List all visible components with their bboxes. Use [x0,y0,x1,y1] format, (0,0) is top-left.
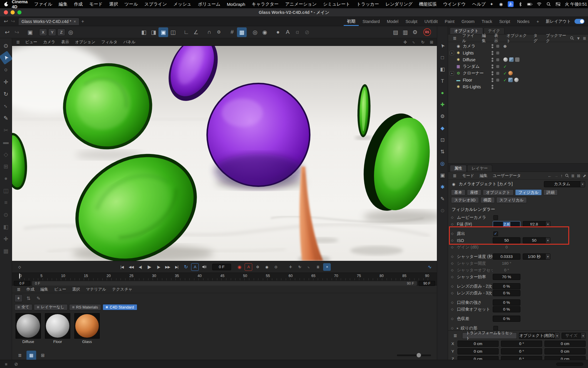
viewport[interactable] [12,46,437,261]
status-check-icon[interactable]: ⊘ [13,361,19,367]
material-picker-icon[interactable]: ✎ [34,294,43,302]
movie-camera-checkbox[interactable] [493,215,498,220]
view-large-icon[interactable]: ⊞ [38,351,48,360]
document-tab[interactable]: Glass Works-V2-C4D.c4d * × [18,18,79,25]
strip-exchange-icon[interactable]: ⇅ [438,147,447,156]
compositing-tag-icon[interactable] [509,57,514,62]
coord-system-icon[interactable]: ◎ [66,27,76,37]
viewport-render[interactable] [12,46,437,261]
viewport-rotate-icon[interactable]: ↻ [419,39,426,45]
material-sort-icon[interactable]: ⇅ [24,294,33,302]
edit-toggle[interactable] [496,65,499,68]
render-view-button[interactable]: ▤ [391,27,400,37]
viewport-hamburger-icon[interactable]: ≣ [14,39,22,45]
tool-icon-9[interactable]: ✚ [1,234,11,244]
bluetooth-icon[interactable] [518,1,523,7]
brush-tool-icon[interactable]: ✎ [1,113,11,123]
attr-tab-composition[interactable]: 構図 [480,197,495,203]
attr-tab-basic[interactable]: 基本 [451,189,465,195]
menu-app-name[interactable]: Cinema 4D [9,0,31,9]
model-mode-icon[interactable]: ◨ [149,27,158,37]
shutter-speed-dropdown[interactable]: 1/30 秒▾ [523,253,550,260]
expand-caret-icon[interactable]: ▸ [457,326,461,330]
history-redo-icon[interactable]: ↪ [9,18,16,24]
material-menu-edit[interactable]: 編集 [37,287,51,292]
attr-tab-spherical[interactable]: スフィリカル [496,197,527,203]
menu-character[interactable]: キャラクター [248,1,282,7]
undo-button[interactable]: ↩ [2,27,12,37]
workplane-mode-icon[interactable]: ◫ [168,27,178,37]
enabled-check-icon[interactable]: ✓ [503,71,507,76]
viewport-menu-view[interactable]: ビュー [22,39,40,45]
strip-globe-icon[interactable]: ◎ [438,159,447,168]
strip-extra-icon[interactable]: ⊙ [438,206,447,215]
strip-gear-icon[interactable]: ⚙ [438,112,447,121]
material-tab-rs[interactable]: RS Materials [69,304,101,310]
knife-tool-icon[interactable]: ✂ [1,125,11,135]
x-rotation-field[interactable]: 0 ° [501,341,542,347]
material-menu-view[interactable]: ビュー [51,287,69,292]
record-pla-toggle[interactable]: × [323,263,331,271]
viewport-menu-display[interactable]: 表示 [58,39,72,45]
attr-list-icon[interactable]: ≣ [571,173,575,178]
layout-tab-groom[interactable]: Groom [458,17,478,26]
range-start-field[interactable]: 0 F [14,281,30,286]
render-to-picture-button[interactable]: ▥ [400,27,410,37]
attr-popout-icon[interactable]: ⬈ [583,173,586,178]
tool-icon-3[interactable]: ⊞ [1,161,11,171]
axis-center-icon[interactable]: ∠ [191,27,201,37]
layout-tab-model[interactable]: Model [384,17,402,26]
strip-plane-icon[interactable]: □ [438,53,447,62]
visibility-dots[interactable] [492,51,493,55]
menu-edit[interactable]: 編集 [56,1,71,7]
attr-tab-coord[interactable]: 座標 [467,189,481,195]
material-menu-select[interactable]: 選択 [69,287,83,292]
y-position-field[interactable]: 0 cm [457,348,499,354]
attr-up-icon[interactable]: ↑ [561,173,563,178]
layout-tab-paint[interactable]: Paint [442,17,458,26]
playhead[interactable] [19,273,20,279]
tool-icon-8[interactable]: ◧ [1,222,11,232]
tool-icon-4[interactable]: ● [1,173,11,183]
keyframe-diamond-icon[interactable]: ◇ [16,263,23,271]
tool-icon-5[interactable]: ◫ [1,185,11,195]
material-tag-icon[interactable] [503,57,508,62]
om-filter-icon[interactable]: ▼ [576,36,580,41]
expand-icon[interactable]: + [450,71,454,75]
edit-toggle[interactable] [496,52,499,54]
menu-volume[interactable]: ボリューム [195,1,223,7]
screen-record-icon[interactable]: ◉ [498,1,504,7]
menu-file[interactable]: ファイル [31,1,55,7]
material-tag-icon[interactable] [514,78,519,82]
menu-mograph[interactable]: MoGraph [224,2,249,7]
object-row-floor[interactable]: ▬ Floor ✓ [448,77,588,83]
edit-toggle[interactable] [496,72,499,75]
om-list-icon[interactable]: ≣ [583,36,586,41]
tool-icon-10[interactable]: ▦ [1,246,11,256]
redo-button[interactable]: ↪ [12,27,22,37]
edit-toggle[interactable] [496,79,499,82]
attr-menu-edit[interactable]: 編集 [477,173,490,178]
autokey-record-button[interactable]: A [245,263,252,271]
y-rotation-field[interactable]: 0 ° [501,348,542,354]
menu-tools[interactable]: ツール [121,1,141,7]
tool-icon-7[interactable]: ⊙ [1,210,11,220]
thumbnail-size-slider[interactable] [397,354,431,356]
menu-mode[interactable]: モード [86,1,106,7]
layout-tab-script[interactable]: Script [496,17,513,26]
x-position-field[interactable]: 0 cm [457,341,499,347]
strip-pencil-icon[interactable]: ✎ [438,195,447,203]
disabled-tool-icon[interactable]: ⊘ [302,27,312,37]
sparkle-icon[interactable]: ✦ [489,1,494,7]
attr-tab-stereo3d[interactable]: ステレオ3D [451,197,479,203]
record-position-icon[interactable]: ✛ [287,263,294,271]
object-row-cloner[interactable]: + ⚙ クローナー ✓ [448,70,588,77]
prev-frame-button[interactable]: ◀| [136,263,144,271]
alpha-icon[interactable]: α [293,27,302,37]
shutter-speed-input[interactable]: 0.0333 [493,253,520,260]
attr-lock-icon[interactable]: ⊠ [577,173,581,178]
loop-toggle-icon[interactable]: ↻ [182,263,190,271]
shutter-efficiency-input[interactable]: 70 % [493,274,520,280]
iso-dropdown[interactable]: 50▾ [523,237,550,243]
next-frame-button[interactable]: |▶ [155,263,162,271]
